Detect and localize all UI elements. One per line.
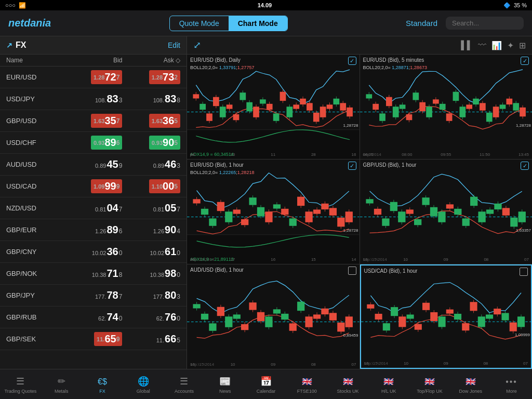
col-ask-header: Ask ◇: [122, 57, 180, 64]
bid-price: 108.833: [64, 93, 123, 105]
ask-tag: 0.89463: [153, 158, 180, 170]
bid-tag: 0.89459: [95, 158, 122, 170]
axis-label: 11:50: [480, 152, 490, 157]
quote-row[interactable]: USD/CHF 0.93896 0.93905: [0, 132, 187, 154]
quote-mode-button[interactable]: Quote Mode: [170, 16, 229, 31]
chart-check[interactable]: [521, 162, 529, 170]
chart-cell-eurusd-daily: EUR/USD (Bid), DailyBOLL20;2,0= 1,33791;…: [187, 55, 360, 159]
chart-axis: 06:0508:0009:5511:5013:45: [363, 152, 529, 157]
nav-label-news: News: [219, 389, 231, 394]
axis-sublabel: sep.\15\2014: [363, 257, 387, 262]
line-chart-icon[interactable]: 〰: [478, 41, 486, 50]
nav-icon-topflop-uk: 🇬🇧: [424, 375, 435, 387]
chart-boll: BOLL20;2,0= 1,33791;1,27757: [190, 65, 254, 70]
nav-item-calendar[interactable]: 📅 Calendar: [246, 373, 287, 396]
axis-sublabel: sep.\15\2014: [190, 362, 214, 367]
chart-cell-usdcad-1h: USD/CAD (Bid), 1 hour 1,09999 1310090807…: [360, 264, 533, 369]
axis-label: 10: [404, 361, 408, 366]
nav-item-dow-jones[interactable]: 🇬🇧 Dow Jones: [450, 373, 491, 396]
nav-item-fx[interactable]: €$ FX: [82, 373, 123, 396]
quote-list: EUR/USD 1.28727 1.28732 USD/JPY 108.833: [0, 66, 187, 369]
edit-button[interactable]: Edit: [168, 41, 180, 49]
quote-row[interactable]: GBP/CNY 10.02360 10.02610: [0, 241, 187, 263]
chart-check[interactable]: [348, 162, 356, 170]
main-content: ↗ FX Edit Name Bid Ask ◇ EUR/USD 1.28727…: [0, 36, 532, 369]
nav-label-hl-uk: H/L UK: [381, 389, 396, 394]
chart-mode-button[interactable]: Chart Mode: [229, 16, 287, 31]
axis-label: 14: [352, 257, 356, 262]
table-header: Name Bid Ask ◇: [0, 55, 187, 66]
battery-text: 35 %: [514, 2, 527, 8]
bid-price: 0.81047: [64, 202, 123, 214]
quote-name: GBP/JPY: [6, 291, 64, 299]
search-input[interactable]: [446, 17, 524, 30]
axis-label: 07: [524, 257, 529, 262]
chart-label: AUD/USD (Bid), 1 hour: [190, 267, 244, 274]
fx-title: ↗ FX: [6, 41, 26, 50]
quote-name: EUR/USD: [6, 73, 64, 81]
nav-item-more[interactable]: ••• More: [491, 373, 532, 396]
chart-cell-audusd-1h: AUD/USD (Bid), 1 hour 0,89459 1310090807…: [187, 264, 360, 369]
nav-label-more: More: [506, 389, 517, 394]
ask-price: 0.81057: [122, 202, 180, 214]
price-level: 0,89459: [343, 333, 358, 338]
quote-row[interactable]: USD/CAD 1.09999 1.10005: [0, 176, 187, 197]
axis-sublabel: sep.\2014: [363, 152, 381, 157]
chart-check[interactable]: [348, 57, 356, 65]
quote-row[interactable]: GBP/EUR 1.26896 1.26904: [0, 219, 187, 241]
candlestick-icon[interactable]: 📊: [491, 41, 502, 50]
axis-sublabel: jul.: [190, 152, 195, 157]
axis-label: 17: [231, 257, 235, 262]
nav-item-accounts[interactable]: ☰ Accounts: [164, 373, 205, 396]
nav-item-trading-quotes[interactable]: ☰ Trading Quotes: [0, 373, 41, 396]
quote-row[interactable]: NZD/USD 0.81047 0.81057: [0, 197, 187, 219]
quote-name: GBP/NOK: [6, 270, 64, 277]
nav-item-hl-uk[interactable]: 🇬🇧 H/L UK: [368, 373, 409, 396]
grid-icon[interactable]: ⊞: [519, 41, 526, 50]
bid-badge: 1.09999: [91, 179, 122, 193]
nav-item-metals[interactable]: ✏ Metals: [41, 373, 82, 396]
top-nav: netdania Quote Mode Chart Mode Standard: [0, 10, 532, 36]
quote-row[interactable]: AUD/USD 0.89459 0.89463: [0, 154, 187, 176]
ask-price: 108.838: [122, 93, 180, 105]
chart-toolbar-right: ▌▌ 〰 📊 ✦ ⊞: [461, 41, 526, 50]
quote-row[interactable]: EUR/USD 1.28727 1.28732: [0, 66, 187, 88]
quote-name: USD/CAD: [6, 182, 64, 190]
bar-chart-icon[interactable]: ▌▌: [461, 41, 473, 50]
quote-row[interactable]: GBP/JPY 177.787 177.803: [0, 285, 187, 307]
mode-toggle[interactable]: Quote Mode Chart Mode: [169, 16, 288, 31]
chart-toolbar-left: ⤢: [193, 39, 201, 51]
axis-label: 10: [231, 362, 235, 367]
nav-icon-trading-quotes: ☰: [16, 375, 24, 387]
chart-svg: [361, 265, 531, 368]
left-panel: ↗ FX Edit Name Bid Ask ◇ EUR/USD 1.28727…: [0, 36, 187, 369]
chart-square[interactable]: [348, 267, 356, 275]
bid-price: 1.26896: [64, 224, 123, 236]
pin-icon[interactable]: ✦: [507, 41, 514, 50]
quote-row[interactable]: USD/JPY 108.833 108.838: [0, 88, 187, 110]
chart-label: USD/CAD (Bid), 1 hour: [364, 268, 418, 275]
bid-tag: 108.833: [95, 93, 122, 105]
expand-icon[interactable]: ⤢: [193, 39, 201, 51]
status-left: ○○○ 📶: [5, 2, 26, 9]
bid-price: 10.02360: [64, 246, 123, 258]
quote-row[interactable]: GBP/RUB 62.740 62.760: [0, 307, 187, 328]
bid-price: 1.63357: [64, 114, 123, 128]
quote-row[interactable]: GBP/USD 1.63357 1.63365: [0, 110, 187, 132]
nav-item-global[interactable]: 🌐 Global: [123, 373, 164, 396]
axis-label: 13:45: [518, 152, 529, 157]
nav-icon-more: •••: [506, 375, 517, 387]
quote-row[interactable]: GBP/SEK 11.659 11.665: [0, 328, 187, 350]
ask-tag: 177.803: [153, 289, 180, 301]
axis-label: 08: [311, 362, 316, 367]
bid-tag: 10.02360: [92, 246, 122, 258]
bid-price: 177.787: [64, 289, 123, 301]
chart-square[interactable]: [520, 268, 528, 276]
nav-item-topflop-uk[interactable]: 🇬🇧 Top/Flop UK: [409, 373, 450, 396]
nav-item-news[interactable]: 📰 News: [205, 373, 246, 396]
nav-item-ftse100[interactable]: 🇬🇧 FTSE100: [286, 373, 327, 396]
chart-check[interactable]: [521, 57, 529, 65]
axis-label: 11: [271, 152, 275, 157]
nav-item-stocks-uk[interactable]: 🇬🇧 Stocks UK: [327, 373, 368, 396]
quote-row[interactable]: GBP/NOK 10.38718 10.38980: [0, 263, 187, 285]
